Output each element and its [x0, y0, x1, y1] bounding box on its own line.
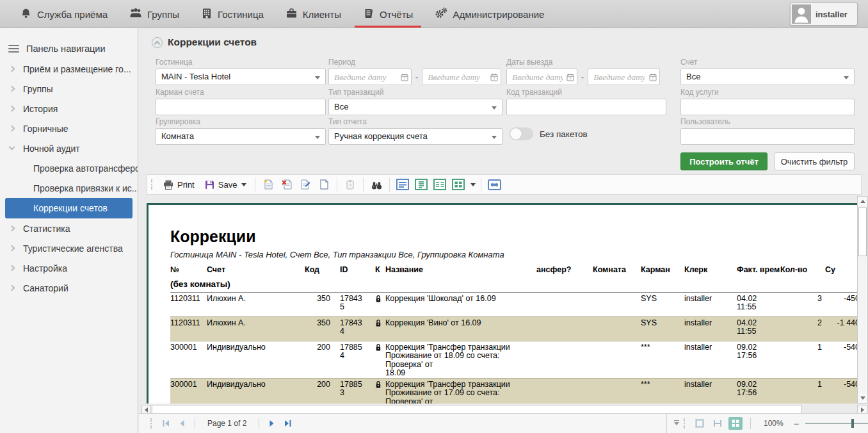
sidebar-item-travel-agencies[interactable]: Туристические агенства	[0, 238, 138, 258]
table-header-row: № Счет Код ID К Название ансфер? Комната…	[170, 263, 857, 278]
sidebar-item-night-audit[interactable]: Ночной аудит	[0, 138, 138, 158]
sidebar-item-settings[interactable]: Настройка	[0, 258, 138, 278]
search-binoculars-icon	[371, 179, 383, 190]
transaction-type-label: Тип транзакций	[328, 88, 502, 97]
scroll-down-button[interactable]	[858, 393, 867, 403]
zoom-drag-handle[interactable]	[684, 418, 686, 429]
sidebar-item-reception[interactable]: Приём и размещение го...	[0, 59, 138, 79]
nav-hotel[interactable]: Гостиница	[190, 0, 275, 28]
departure-dates-label: Даты выезда	[506, 58, 660, 67]
period-from-input[interactable]	[328, 69, 412, 85]
page-mode-grid-button[interactable]	[728, 417, 743, 430]
nav-groups[interactable]: Группы	[118, 0, 190, 28]
sidebar-title: Панель навигации	[0, 38, 138, 59]
topbar: Служба приёма Группы Гостиница Клиенты О…	[0, 0, 868, 28]
nav-reports[interactable]: Отчёты	[352, 0, 424, 28]
collapse-panel-icon[interactable]	[152, 37, 163, 48]
zoom-slider-handle[interactable]	[851, 419, 854, 428]
first-page-button[interactable]	[160, 418, 172, 429]
group-label: (без комнаты)	[170, 278, 857, 292]
chevron-right-icon	[9, 225, 15, 232]
view-grid-dropdown-caret[interactable]	[470, 183, 476, 186]
print-button[interactable]: Print	[159, 177, 198, 192]
sidebar-item-housekeeping[interactable]: Горничные	[0, 118, 138, 138]
page-mode-single-button[interactable]	[693, 417, 707, 430]
spacer-cell	[334, 263, 340, 278]
col-id: ID	[340, 263, 368, 278]
transaction-type-select[interactable]: Все	[328, 99, 502, 115]
col-room: Комната	[593, 263, 641, 278]
report-type-select[interactable]: Ручная коррекция счета	[328, 128, 502, 145]
previous-page-button[interactable]	[176, 418, 188, 429]
col-qty: Кол-во	[780, 263, 825, 278]
nav-clients[interactable]: Клиенты	[275, 0, 352, 28]
col-name: Название	[385, 263, 536, 278]
col-fact-time: Факт. врем	[737, 263, 780, 278]
grouping-select[interactable]: Комната	[156, 128, 326, 145]
view-two-pages-button[interactable]	[432, 177, 447, 192]
view-single-page-button[interactable]	[414, 177, 429, 192]
clear-filter-button[interactable]: Очистить фильтр	[774, 152, 855, 170]
pocket-input[interactable]	[156, 99, 326, 115]
arrow-up-icon	[860, 200, 865, 203]
build-report-button[interactable]: Построить отчёт	[680, 152, 768, 170]
calendar-icon: 7	[490, 73, 498, 81]
vertical-scrollbar[interactable]	[857, 196, 868, 404]
transaction-code-input[interactable]	[506, 99, 666, 115]
edit-report-button[interactable]	[298, 177, 313, 192]
sidebar-item-statistics[interactable]: Статистика	[0, 218, 138, 238]
user-menu[interactable]: installer	[790, 3, 858, 26]
save-dropdown-caret	[241, 183, 246, 186]
blank-report-button[interactable]	[316, 177, 332, 192]
no-packages-toggle[interactable]	[510, 127, 533, 140]
sidebar-item-account-corrections[interactable]: Коррекции счетов	[5, 198, 133, 218]
hamburger-icon[interactable]	[8, 43, 19, 54]
sidebar-item-groups[interactable]: Группы	[0, 79, 138, 99]
next-page-button[interactable]	[266, 418, 278, 429]
sidebar-item-binding-check[interactable]: Проверка привязки к ис...	[0, 178, 138, 198]
period-to-input[interactable]	[422, 69, 501, 85]
scroll-up-button[interactable]	[858, 197, 867, 206]
blank-report-icon	[318, 179, 330, 190]
save-button[interactable]: Save	[201, 177, 250, 192]
pane-collapse-icon[interactable]	[673, 420, 680, 427]
zoom-slider[interactable]	[805, 419, 868, 428]
toolbar-drag-handle[interactable]	[151, 179, 154, 190]
view-continuous-button[interactable]	[395, 177, 410, 192]
pagination-drag-handle[interactable]	[150, 418, 153, 429]
filter-panel: Коррекции счетов Гостиница MAIN - Tesla …	[139, 28, 868, 173]
user-input[interactable]	[680, 128, 855, 145]
view-continuous-icon	[396, 179, 409, 190]
delete-report-icon	[281, 179, 293, 190]
arrow-left-icon	[145, 407, 148, 413]
account-select[interactable]: Все	[680, 69, 855, 85]
report-subtitle: Гостиница MAIN - Tesla Hotel, Счет Все, …	[170, 250, 504, 259]
user-label: Пользователь	[680, 117, 855, 126]
zoom-out-button[interactable]: −	[791, 418, 802, 429]
nav-reception[interactable]: Служба приёма	[9, 0, 118, 28]
view-grid-button[interactable]	[451, 177, 466, 192]
table-row: 1120311 Илюхин А. 350 17843 4 Коррекция …	[170, 316, 857, 341]
departure-separator: -	[581, 72, 584, 82]
chevron-right-icon	[9, 265, 15, 272]
service-code-input[interactable]	[680, 99, 855, 115]
vertical-scroll-thumb[interactable]	[858, 208, 867, 256]
search-button[interactable]	[369, 177, 384, 192]
next-page-icon	[268, 420, 276, 427]
nav-administration[interactable]: Администрирование	[424, 0, 555, 28]
page-mode-fit-button[interactable]	[711, 417, 725, 430]
fit-width-button[interactable]	[486, 177, 502, 192]
delete-report-button[interactable]	[279, 177, 294, 192]
account-label: Счет	[680, 58, 855, 67]
hotel-select[interactable]: MAIN - Tesla Hotel	[156, 69, 326, 85]
sidebar-item-sanatorium[interactable]: Санаторий	[0, 278, 138, 298]
zoom-controls: 100% − +	[666, 414, 868, 433]
paste-check-button[interactable]: ?	[342, 177, 358, 192]
sidebar-item-history[interactable]: История	[0, 99, 138, 118]
chevron-right-icon	[9, 285, 15, 291]
col-num: №	[170, 263, 207, 278]
new-report-button[interactable]	[261, 177, 276, 192]
sidebar-item-autotransfer-check[interactable]: Проверка автотрансферов	[0, 158, 138, 178]
hotel-label: Гостиница	[156, 58, 326, 67]
last-page-button[interactable]	[282, 418, 294, 429]
